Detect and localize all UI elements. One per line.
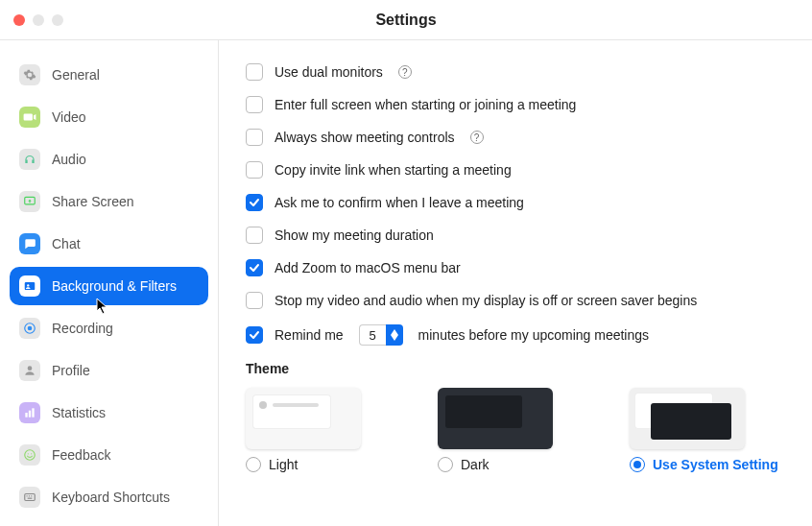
theme-preview-system[interactable]	[630, 388, 745, 449]
theme-option-dark[interactable]: Dark	[438, 388, 591, 472]
svg-rect-6	[25, 413, 27, 418]
theme-label: Light	[269, 457, 298, 472]
stepper-arrows-icon[interactable]	[386, 324, 403, 346]
svg-point-4	[28, 326, 33, 331]
share-screen-icon	[19, 191, 40, 212]
theme-heading: Theme	[246, 361, 785, 376]
sidebar-item-label: Statistics	[52, 405, 106, 420]
stats-icon	[19, 402, 40, 423]
svg-rect-12	[25, 494, 36, 501]
option-menu-bar: Add Zoom to macOS menu bar	[246, 259, 785, 276]
remind-me-suffix: minutes before my upcoming meetings	[418, 327, 649, 343]
main-panel: Use dual monitors?Enter full screen when…	[219, 40, 812, 526]
checkbox-copy-invite[interactable]	[246, 161, 263, 179]
sidebar-item-general[interactable]: General	[10, 56, 208, 94]
sidebar-item-label: Feedback	[52, 447, 110, 463]
option-label: Show my meeting duration	[275, 227, 434, 243]
checkbox-stop-on-sleep[interactable]	[246, 292, 263, 309]
headphones-icon	[19, 149, 40, 170]
sidebar-item-label: General	[52, 67, 100, 83]
checkbox-full-screen[interactable]	[246, 96, 263, 113]
option-label: Use dual monitors	[275, 64, 383, 80]
sidebar-item-recording[interactable]: Recording	[10, 309, 208, 347]
checkbox-menu-bar[interactable]	[246, 259, 263, 276]
theme-radio-system[interactable]	[630, 457, 645, 472]
sidebar-item-feedback[interactable]: Feedback	[10, 436, 208, 474]
svg-rect-8	[32, 408, 34, 417]
person-card-icon	[19, 275, 40, 297]
remind-me-checkbox[interactable]	[246, 326, 263, 344]
option-label: Enter full screen when starting or joini…	[275, 97, 576, 112]
theme-option-light[interactable]: Light	[246, 388, 399, 472]
option-label: Add Zoom to macOS menu bar	[275, 260, 461, 275]
sidebar-item-statistics[interactable]: Statistics	[10, 394, 208, 432]
svg-point-2	[27, 284, 29, 286]
option-label: Copy invite link when starting a meeting	[275, 162, 512, 178]
window-title: Settings	[0, 12, 812, 29]
option-label: Always show meeting controls	[275, 130, 455, 145]
remind-minutes-value: 5	[359, 324, 386, 346]
option-full-screen: Enter full screen when starting or joini…	[246, 96, 785, 113]
svg-point-9	[25, 450, 36, 461]
option-label: Ask me to confirm when I leave a meeting	[275, 195, 524, 210]
option-stop-on-sleep: Stop my video and audio when my display …	[246, 292, 785, 309]
svg-point-11	[31, 453, 32, 454]
sidebar-item-chat[interactable]: Chat	[10, 225, 208, 263]
svg-rect-13	[27, 495, 28, 496]
option-remind-me: Remind me 5 minutes before my upcoming m…	[246, 324, 785, 346]
option-confirm-leave: Ask me to confirm when I leave a meeting	[246, 194, 785, 211]
sidebar-item-audio[interactable]: Audio	[10, 140, 208, 179]
sidebar-item-label: Keyboard Shortcuts	[52, 490, 170, 505]
sidebar-item-keyboard-shortcuts[interactable]: Keyboard Shortcuts	[10, 478, 208, 516]
sidebar-item-video[interactable]: Video	[10, 98, 208, 136]
checkbox-always-controls[interactable]	[246, 129, 263, 146]
option-dual-monitors: Use dual monitors?	[246, 63, 785, 81]
sidebar-item-label: Video	[52, 109, 86, 125]
svg-point-5	[28, 366, 33, 371]
svg-point-10	[28, 453, 29, 454]
theme-radio-dark[interactable]	[438, 457, 453, 472]
svg-rect-14	[29, 495, 30, 496]
sidebar-item-profile[interactable]: Profile	[10, 351, 208, 390]
sidebar-item-background-filters[interactable]: Background & Filters	[10, 267, 208, 305]
theme-options: LightDarkUse System Setting	[246, 388, 785, 472]
gear-icon	[19, 64, 40, 85]
option-show-duration: Show my meeting duration	[246, 227, 785, 244]
theme-option-system[interactable]: Use System Setting	[630, 388, 783, 472]
sidebar-item-label: Share Screen	[52, 194, 134, 209]
svg-rect-7	[29, 411, 31, 418]
keyboard-icon	[19, 487, 40, 508]
remind-me-prefix: Remind me	[275, 327, 344, 343]
sidebar: GeneralVideoAudioShare ScreenChatBackgro…	[0, 40, 219, 526]
chat-icon	[19, 233, 40, 254]
sidebar-item-label: Chat	[52, 236, 81, 251]
checkbox-dual-monitors[interactable]	[246, 63, 263, 81]
theme-label: Dark	[461, 457, 490, 472]
sidebar-item-label: Recording	[52, 321, 113, 336]
sidebar-item-label: Background & Filters	[52, 278, 177, 294]
sidebar-item-label: Profile	[52, 363, 90, 378]
option-always-controls: Always show meeting controls?	[246, 129, 785, 146]
smile-icon	[19, 444, 40, 466]
remind-minutes-stepper[interactable]: 5	[359, 324, 403, 346]
option-copy-invite: Copy invite link when starting a meeting	[246, 161, 785, 179]
theme-radio-light[interactable]	[246, 457, 261, 472]
record-icon	[19, 318, 40, 339]
help-icon[interactable]: ?	[470, 131, 484, 144]
theme-preview-dark[interactable]	[438, 388, 553, 449]
theme-preview-light[interactable]	[246, 388, 361, 449]
option-label: Stop my video and audio when my display …	[275, 293, 697, 308]
help-icon[interactable]: ?	[398, 65, 412, 79]
svg-rect-15	[31, 495, 32, 496]
checkbox-show-duration[interactable]	[246, 227, 263, 244]
video-icon	[19, 107, 40, 128]
checkbox-confirm-leave[interactable]	[246, 194, 263, 211]
svg-rect-16	[28, 498, 33, 499]
sidebar-item-label: Audio	[52, 152, 86, 167]
sidebar-item-share-screen[interactable]: Share Screen	[10, 182, 208, 221]
titlebar: Settings	[0, 0, 812, 40]
profile-icon	[19, 360, 40, 381]
theme-label: Use System Setting	[653, 457, 778, 472]
